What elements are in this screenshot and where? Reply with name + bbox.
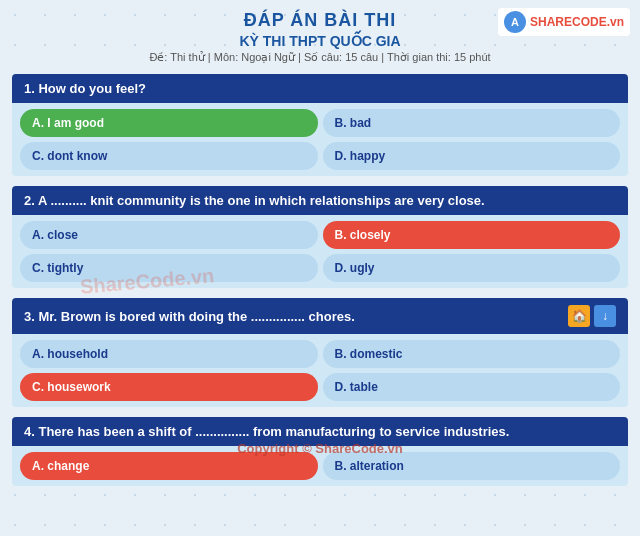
question-block-3: 3. Mr. Brown is bored with doing the ...…: [12, 298, 628, 407]
answers-grid-3: A. householdB. domesticC. houseworkD. ta…: [12, 334, 628, 407]
question-block-2: 2. A .......... knit community is the on…: [12, 186, 628, 288]
answer-btn-q1-a2[interactable]: B. bad: [323, 109, 621, 137]
answer-btn-q2-a3[interactable]: C. tightly: [20, 254, 318, 282]
question-icons-3: 🏠↓: [568, 305, 616, 327]
answer-btn-q3-a2[interactable]: B. domestic: [323, 340, 621, 368]
question-icon-btn-down-3[interactable]: ↓: [594, 305, 616, 327]
answer-btn-q3-a3[interactable]: C. housework: [20, 373, 318, 401]
logo: A SHARECODE.vn: [498, 8, 630, 36]
question-icon-btn-home-3[interactable]: 🏠: [568, 305, 590, 327]
logo-text: SHARECODE.vn: [530, 15, 624, 29]
question-text-3: 3. Mr. Brown is bored with doing the ...…: [24, 309, 568, 324]
answer-btn-q4-a2[interactable]: B. alteration: [323, 452, 621, 480]
answer-btn-q4-a1[interactable]: A. change: [20, 452, 318, 480]
question-header-2: 2. A .......... knit community is the on…: [12, 186, 628, 215]
answer-btn-q3-a1[interactable]: A. household: [20, 340, 318, 368]
answer-btn-q1-a4[interactable]: D. happy: [323, 142, 621, 170]
question-header-1: 1. How do you feel?: [12, 74, 628, 103]
logo-icon: A: [504, 11, 526, 33]
answers-grid-2: A. closeB. closelyC. tightlyD. ugly: [12, 215, 628, 288]
answers-grid-4: A. changeB. alteration: [12, 446, 628, 486]
answer-btn-q3-a4[interactable]: D. table: [323, 373, 621, 401]
question-header-4: 4. There has been a shift of ...........…: [12, 417, 628, 446]
question-text-4: 4. There has been a shift of ...........…: [24, 424, 616, 439]
page-title-info: Đề: Thi thử | Môn: Ngoại Ngữ | Số câu: 1…: [0, 51, 640, 64]
question-text-2: 2. A .......... knit community is the on…: [24, 193, 616, 208]
answer-btn-q2-a1[interactable]: A. close: [20, 221, 318, 249]
page-header: A SHARECODE.vn ĐÁP ÁN BÀI THI KỲ THI THP…: [0, 0, 640, 68]
answers-grid-1: A. I am goodB. badC. dont knowD. happy: [12, 103, 628, 176]
question-block-4: 4. There has been a shift of ...........…: [12, 417, 628, 486]
question-text-1: 1. How do you feel?: [24, 81, 616, 96]
question-block-1: 1. How do you feel?A. I am goodB. badC. …: [12, 74, 628, 176]
answer-btn-q1-a1[interactable]: A. I am good: [20, 109, 318, 137]
main-content: 1. How do you feel?A. I am goodB. badC. …: [0, 68, 640, 502]
answer-btn-q2-a4[interactable]: D. ugly: [323, 254, 621, 282]
question-header-3: 3. Mr. Brown is bored with doing the ...…: [12, 298, 628, 334]
answer-btn-q2-a2[interactable]: B. closely: [323, 221, 621, 249]
answer-btn-q1-a3[interactable]: C. dont know: [20, 142, 318, 170]
